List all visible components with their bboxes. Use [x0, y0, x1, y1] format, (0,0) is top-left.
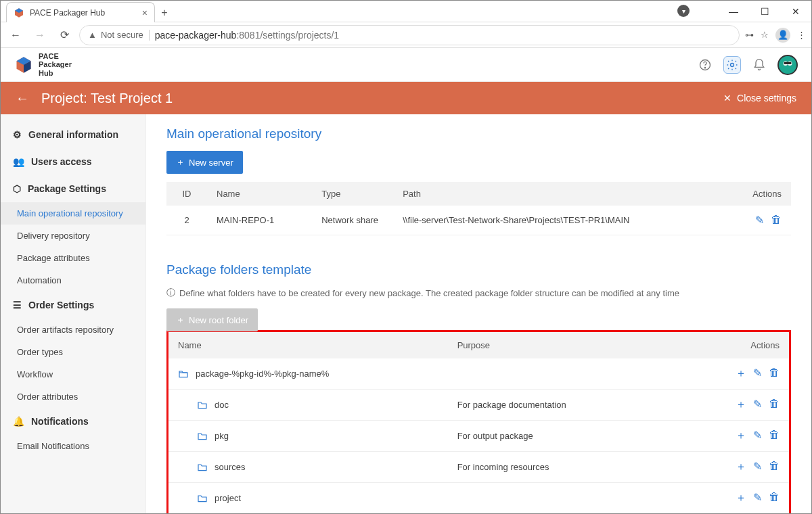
address-bar[interactable]: ▲ Not secure pace-packager-hub:8081/sett…: [79, 25, 740, 45]
sidebar-group-label: Order Settings: [28, 300, 94, 310]
logo-text: PACE Packager Hub: [39, 52, 72, 76]
folder-name-cell: sources: [168, 452, 448, 483]
browser-toolbar: ← → ⟳ ▲ Not secure pace-packager-hub:808…: [1, 22, 811, 48]
folder-purpose: For output package: [448, 421, 708, 452]
col-id: ID: [166, 182, 207, 206]
plus-icon: ＋: [176, 314, 185, 326]
window-minimize-button[interactable]: ―: [718, 1, 749, 22]
security-warning: ▲ Not secure: [88, 30, 143, 40]
delete-icon[interactable]: 🗑: [769, 367, 780, 381]
sidebar-item-order-types[interactable]: Order types: [1, 341, 145, 363]
edit-icon[interactable]: ✎: [753, 429, 762, 443]
help-icon[interactable]: [696, 56, 714, 74]
star-icon[interactable]: ☆: [761, 30, 769, 40]
brand-line-1: PACE: [39, 52, 72, 60]
folder-row: sourcesFor incoming resources＋✎🗑: [168, 452, 789, 483]
warning-icon: ▲: [88, 30, 97, 40]
back-arrow-icon[interactable]: ←: [16, 91, 29, 106]
edit-icon[interactable]: ✎: [753, 398, 762, 412]
edit-icon[interactable]: ✎: [753, 367, 762, 381]
new-server-label: New server: [189, 158, 233, 168]
repo-table: ID Name Type Path Actions 2MAIN-REPO-1Ne…: [166, 182, 791, 235]
fcol-purpose: Purpose: [448, 332, 708, 358]
folder-row: package-%pkg-id%-%pkg-name%＋✎🗑: [168, 358, 789, 390]
sidebar-group-notifications[interactable]: 🔔 Notifications: [1, 408, 145, 435]
user-avatar[interactable]: [777, 55, 798, 75]
address-separator: [149, 30, 150, 41]
sidebar-item-main-repo[interactable]: Main operational repository: [1, 202, 145, 225]
new-server-button[interactable]: ＋ New server: [166, 151, 243, 174]
close-settings-label: Close settings: [737, 93, 796, 103]
sidebar-item-workflow[interactable]: Workflow: [1, 363, 145, 386]
sidebar-group-label: Notifications: [31, 416, 89, 427]
plus-icon: ＋: [176, 156, 185, 168]
folder-actions: ＋✎🗑: [708, 358, 789, 390]
sidebar-item-order-attributes[interactable]: Order attributes: [1, 386, 145, 408]
delete-icon[interactable]: 🗑: [769, 398, 780, 412]
window-titlebar: PACE Packager Hub × + ▾ ― ☐ ✕: [1, 1, 811, 22]
list-icon: ☰: [13, 300, 22, 310]
sidebar-item-automation[interactable]: Automation: [1, 269, 145, 291]
folder-actions: ＋✎🗑: [708, 390, 789, 421]
sidebar-group-order[interactable]: ☰ Order Settings: [1, 291, 145, 319]
bell-icon[interactable]: [750, 56, 768, 74]
folder-icon: [197, 494, 208, 503]
key-icon[interactable]: ⊶: [745, 30, 754, 40]
url-host: pace-packager-hub: [155, 30, 237, 41]
svg-rect-6: [784, 62, 792, 64]
sidebar-item-email-notifications[interactable]: Email Notifications: [1, 435, 145, 457]
project-bar: ← Project: Test Project 1 ✕ Close settin…: [1, 82, 811, 114]
menu-icon[interactable]: ⋮: [797, 30, 806, 40]
delete-icon[interactable]: 🗑: [769, 491, 780, 505]
sidebar-group-general[interactable]: ⚙ General information: [1, 121, 145, 148]
nav-back-button[interactable]: ←: [6, 26, 25, 45]
add-icon[interactable]: ＋: [736, 429, 746, 443]
window-maximize-button[interactable]: ☐: [749, 1, 780, 22]
svg-point-2: [731, 63, 734, 66]
tab-close-icon[interactable]: ×: [142, 7, 148, 18]
users-icon: 👥: [13, 156, 24, 167]
main-layout: ⚙ General information 👥 Users access ⬡ P…: [1, 114, 811, 514]
folder-name-cell: project: [168, 483, 448, 514]
folder-purpose: [448, 358, 708, 390]
folder-actions: ＋✎🗑: [708, 421, 789, 452]
sidebar-group-users[interactable]: 👥 Users access: [1, 148, 145, 175]
sidebar: ⚙ General information 👥 Users access ⬡ P…: [1, 114, 146, 514]
col-name: Name: [207, 182, 312, 206]
section-title-repo: Main operational repository: [166, 126, 791, 141]
settings-gear-icon[interactable]: [723, 56, 741, 74]
add-icon[interactable]: ＋: [736, 460, 746, 474]
delete-icon[interactable]: 🗑: [771, 214, 782, 227]
app-logo[interactable]: PACE Packager Hub: [14, 52, 72, 76]
folder-name-cell: package-%pkg-id%-%pkg-name%: [168, 358, 448, 390]
sidebar-item-order-artifacts[interactable]: Order artifacts repository: [1, 319, 145, 341]
delete-icon[interactable]: 🗑: [769, 460, 780, 474]
brand-line-2: Packager: [39, 60, 72, 68]
nav-forward-button[interactable]: →: [30, 26, 49, 45]
sidebar-item-package-attributes[interactable]: Package attributes: [1, 247, 145, 269]
profile-icon[interactable]: 👤: [775, 28, 790, 43]
add-icon[interactable]: ＋: [736, 491, 746, 505]
add-icon[interactable]: ＋: [736, 398, 746, 412]
new-tab-button[interactable]: +: [155, 3, 174, 22]
delete-icon[interactable]: 🗑: [769, 429, 780, 443]
sidebar-group-package[interactable]: ⬡ Package Settings: [1, 175, 145, 202]
window-close-button[interactable]: ✕: [780, 1, 811, 22]
folder-name: project: [215, 493, 241, 503]
folder-icon: [197, 431, 208, 441]
edit-icon[interactable]: ✎: [753, 491, 762, 505]
folder-actions: ＋✎🗑: [708, 483, 789, 514]
edit-icon[interactable]: ✎: [753, 460, 762, 474]
add-icon[interactable]: ＋: [736, 367, 746, 381]
edit-icon[interactable]: ✎: [755, 214, 764, 227]
brand-line-3: Hub: [39, 69, 72, 77]
content-area: Main operational repository ＋ New server…: [146, 114, 811, 514]
close-settings-button[interactable]: ✕ Close settings: [723, 93, 796, 103]
browser-tab-strip: PACE Packager Hub × +: [6, 1, 174, 22]
fcol-name: Name: [168, 332, 448, 358]
nav-reload-button[interactable]: ⟳: [55, 26, 74, 45]
browser-tab[interactable]: PACE Packager Hub ×: [6, 2, 155, 22]
folder-icon: [197, 400, 208, 410]
col-path: Path: [393, 182, 730, 206]
sidebar-item-delivery-repo[interactable]: Delivery repository: [1, 225, 145, 247]
